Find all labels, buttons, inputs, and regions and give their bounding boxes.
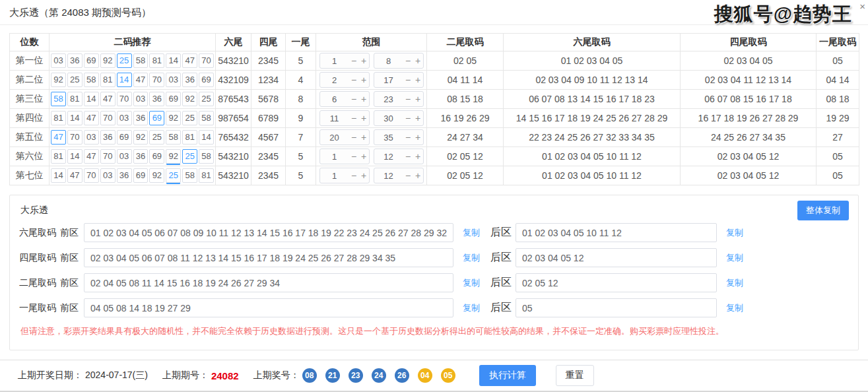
code-cell[interactable]: 58 — [199, 111, 214, 125]
spinner-minus-button[interactable]: − — [349, 92, 359, 106]
code-cell[interactable]: 92 — [166, 111, 181, 125]
code-cell-selected[interactable]: 14 — [117, 73, 132, 87]
code-cell[interactable]: 70 — [149, 73, 164, 87]
code-cell[interactable]: 81 — [51, 149, 66, 164]
code-cell[interactable]: 14 — [67, 111, 83, 125]
code-cell-selected[interactable]: 25 — [182, 149, 197, 164]
code-cell[interactable]: 81 — [51, 111, 66, 125]
code-cell[interactable]: 14 — [166, 53, 181, 68]
code-cell[interactable]: 36 — [133, 149, 149, 164]
code-cell[interactable]: 47 — [133, 73, 149, 87]
code-cell-selected[interactable]: 69 — [149, 111, 164, 125]
code-cell[interactable]: 03 — [100, 168, 116, 183]
front-zone-input[interactable] — [84, 298, 453, 317]
code-cell[interactable]: 25 — [166, 168, 181, 183]
spinner-plus-button[interactable]: + — [359, 111, 369, 125]
code-cell[interactable]: 14 — [199, 130, 214, 145]
spinner-plus-button[interactable]: + — [359, 149, 369, 164]
spinner-plus-button[interactable]: + — [413, 111, 423, 125]
code-cell[interactable]: 47 — [84, 111, 99, 125]
code-cell[interactable]: 36 — [133, 111, 149, 125]
spinner-minus-button[interactable]: − — [403, 111, 413, 125]
code-cell[interactable]: 69 — [199, 73, 214, 87]
spinner-minus-button[interactable]: − — [403, 73, 413, 87]
code-cell[interactable]: 47 — [67, 168, 83, 183]
code-cell[interactable]: 70 — [67, 130, 83, 145]
code-cell[interactable]: 14 — [67, 149, 83, 164]
spinner-minus-button[interactable]: − — [403, 130, 413, 145]
code-cell[interactable]: 92 — [51, 73, 66, 87]
code-cell[interactable]: 47 — [84, 149, 99, 164]
code-cell[interactable]: 03 — [117, 111, 132, 125]
code-cell[interactable]: 47 — [182, 53, 197, 68]
code-cell[interactable]: 69 — [84, 53, 99, 68]
back-zone-input[interactable] — [516, 273, 717, 292]
code-cell[interactable]: 81 — [199, 168, 214, 183]
spinner-plus-button[interactable]: + — [359, 92, 369, 106]
code-cell[interactable]: 03 — [51, 53, 66, 68]
code-cell-selected[interactable]: 47 — [51, 130, 66, 145]
code-cell[interactable]: 69 — [117, 130, 132, 145]
reset-button[interactable]: 重置 — [556, 365, 594, 386]
spinner-minus-button[interactable]: − — [349, 149, 359, 164]
code-cell[interactable]: 03 — [84, 130, 99, 145]
spinner-minus-button[interactable]: − — [349, 53, 359, 68]
copy-back-link[interactable]: 复制 — [726, 252, 743, 264]
spinner-minus-button[interactable]: − — [349, 73, 359, 87]
spinner-minus-button[interactable]: − — [403, 149, 413, 164]
spinner-minus-button[interactable]: − — [403, 53, 413, 68]
code-cell[interactable]: 03 — [117, 149, 132, 164]
spinner-plus-button[interactable]: + — [413, 73, 423, 87]
spinner-plus-button[interactable]: + — [413, 130, 423, 145]
code-cell[interactable]: 58 — [166, 130, 181, 145]
spinner-plus-button[interactable]: + — [359, 73, 369, 87]
code-cell[interactable]: 58 — [84, 73, 99, 87]
code-cell[interactable]: 25 — [149, 130, 164, 145]
spinner-minus-button[interactable]: − — [403, 168, 413, 183]
code-cell[interactable]: 70 — [100, 111, 116, 125]
code-cell[interactable]: 92 — [149, 168, 164, 183]
code-cell[interactable]: 58 — [182, 168, 197, 183]
copy-front-link[interactable]: 复制 — [463, 277, 480, 289]
code-cell[interactable]: 36 — [67, 53, 83, 68]
code-cell[interactable]: 81 — [100, 73, 116, 87]
copy-back-link[interactable]: 复制 — [726, 302, 743, 314]
spinner-minus-button[interactable]: − — [349, 111, 359, 125]
run-calculation-button[interactable]: 执行计算 — [479, 365, 536, 386]
code-cell[interactable]: 25 — [199, 92, 214, 106]
code-cell[interactable]: 03 — [133, 92, 149, 106]
code-cell[interactable]: 69 — [149, 149, 164, 164]
code-cell[interactable]: 25 — [67, 73, 83, 87]
front-zone-input[interactable] — [84, 223, 453, 242]
code-cell[interactable]: 81 — [182, 130, 197, 145]
code-cell[interactable]: 70 — [199, 53, 214, 68]
code-cell-selected[interactable]: 58 — [51, 92, 66, 106]
spinner-plus-button[interactable]: + — [359, 53, 369, 68]
copy-front-link[interactable]: 复制 — [463, 227, 480, 239]
close-icon[interactable]: × — [859, 1, 865, 11]
code-cell[interactable]: 70 — [84, 168, 99, 183]
back-zone-input[interactable] — [516, 223, 717, 242]
code-cell[interactable]: 47 — [100, 92, 116, 106]
code-cell[interactable]: 36 — [149, 92, 164, 106]
code-cell[interactable]: 25 — [182, 111, 197, 125]
copy-all-button[interactable]: 整体复制 — [797, 201, 849, 220]
spinner-minus-button[interactable]: − — [349, 130, 359, 145]
spinner-plus-button[interactable]: + — [359, 130, 369, 145]
code-cell[interactable]: 69 — [166, 92, 181, 106]
code-cell[interactable]: 92 — [166, 149, 181, 164]
code-cell[interactable]: 58 — [199, 149, 214, 164]
spinner-plus-button[interactable]: + — [413, 168, 423, 183]
front-zone-input[interactable] — [84, 248, 453, 267]
code-cell[interactable]: 81 — [67, 92, 83, 106]
code-cell[interactable]: 14 — [84, 92, 99, 106]
spinner-plus-button[interactable]: + — [359, 168, 369, 183]
back-zone-input[interactable] — [516, 248, 717, 267]
spinner-plus-button[interactable]: + — [413, 92, 423, 106]
code-cell[interactable]: 70 — [117, 92, 132, 106]
code-cell[interactable]: 14 — [51, 168, 66, 183]
copy-front-link[interactable]: 复制 — [463, 302, 480, 314]
front-zone-input[interactable] — [84, 273, 453, 292]
code-cell[interactable]: 69 — [133, 168, 149, 183]
code-cell[interactable]: 36 — [100, 130, 116, 145]
